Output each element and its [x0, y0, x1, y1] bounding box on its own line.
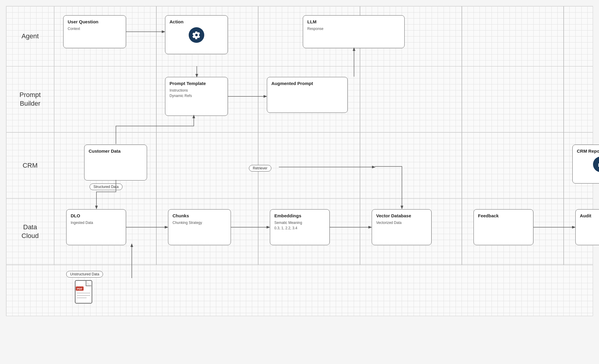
- action-box: Action: [165, 15, 228, 54]
- agent-content: User Question Context Action LLM Respons…: [54, 6, 593, 66]
- prompt-lane: Prompt Builder Prompt Template Instructi…: [6, 66, 593, 133]
- action-icon: [189, 27, 204, 43]
- vector-database-box: Vector Database Vectorized Data: [372, 209, 432, 245]
- crm-reports-icon: [593, 157, 599, 172]
- diagram-container: Agent User Question Context Action: [6, 6, 593, 316]
- data-cloud-label: Data Cloud: [6, 199, 54, 265]
- audit-title: Audit: [580, 213, 599, 218]
- dlo-box: DLO Ingested Data: [66, 209, 126, 245]
- agent-label: Agent: [6, 6, 54, 66]
- prompt-template-sub1: Instructions: [170, 88, 223, 93]
- pdf-icon: PDF: [72, 280, 96, 305]
- augmented-prompt-box: Augmented Prompt: [267, 77, 348, 113]
- data-cloud-content: DLO Ingested Data Chunks Chunking Strate…: [54, 199, 593, 265]
- agent-lane: Agent User Question Context Action: [6, 6, 593, 66]
- user-question-sub: Context: [68, 26, 122, 31]
- feedback-title: Feedback: [478, 213, 529, 218]
- crm-content: Customer Data Structured Data CRM Report…: [54, 133, 593, 198]
- embeddings-title: Embeddings: [274, 213, 325, 218]
- crm-lane: CRM Customer Data Structured Data CRM Re…: [6, 133, 593, 199]
- data-cloud-lane: Data Cloud DLO Ingested Data Chunks Chun…: [6, 199, 593, 265]
- embeddings-sub1: Sematic Meaning: [274, 220, 325, 225]
- dlo-title: DLO: [71, 213, 122, 218]
- vector-database-title: Vector Database: [376, 213, 427, 218]
- prompt-label: Prompt Builder: [6, 66, 54, 132]
- prompt-template-box: Prompt Template Instructions Dynamic Ref…: [165, 77, 228, 116]
- crm-reports-box: CRM Reports: [572, 145, 599, 183]
- dlo-sub: Ingested Data: [71, 220, 122, 225]
- embeddings-box: Embeddings Sematic Meaning 0.3, 1, 2.2, …: [270, 209, 330, 245]
- chunks-box: Chunks Chunking Strategy: [168, 209, 231, 245]
- customer-data-box: Customer Data: [84, 145, 147, 181]
- chunks-title: Chunks: [173, 213, 226, 218]
- llm-title: LLM: [307, 19, 400, 24]
- customer-data-title: Customer Data: [89, 148, 143, 154]
- llm-box: LLM Response: [303, 15, 405, 48]
- user-question-title: User Question: [68, 19, 122, 24]
- feedback-box: Feedback: [474, 209, 533, 245]
- augmented-prompt-title: Augmented Prompt: [271, 81, 343, 86]
- svg-text:PDF: PDF: [77, 287, 83, 290]
- bottom-area: Unstructured Data PDF: [6, 265, 593, 316]
- retriever-label: Retriever: [249, 165, 271, 172]
- svg-rect-7: [75, 280, 92, 303]
- prompt-template-sub2: Dynamic Refs: [170, 93, 223, 98]
- structured-data-label: Structured Data: [90, 183, 122, 190]
- chunks-sub: Chunking Strategy: [173, 220, 226, 225]
- unstructured-data-label: Unstructured Data: [66, 271, 103, 277]
- audit-box: Audit: [575, 209, 599, 245]
- crm-reports-title: CRM Reports: [577, 148, 599, 154]
- llm-sub: Response: [307, 26, 400, 31]
- embeddings-sub2: 0.3, 1, 2.2, 3.4: [274, 225, 325, 231]
- action-title: Action: [170, 19, 223, 24]
- prompt-content: Prompt Template Instructions Dynamic Ref…: [54, 66, 593, 132]
- prompt-template-title: Prompt Template: [170, 81, 223, 86]
- vector-database-sub: Vectorized Data: [376, 220, 427, 225]
- crm-label: CRM: [6, 133, 54, 198]
- user-question-box: User Question Context: [63, 15, 126, 48]
